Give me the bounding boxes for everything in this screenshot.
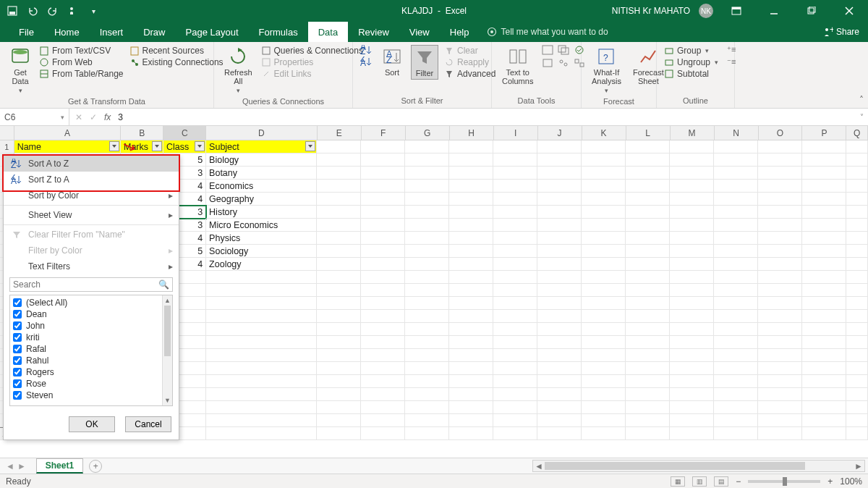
cell[interactable] [582, 297, 626, 310]
touch-mode-icon[interactable] [67, 4, 80, 17]
ungroup-button[interactable]: Ungroup ▾ [664, 56, 718, 68]
cell[interactable] [317, 323, 361, 336]
cell[interactable] [493, 427, 537, 440]
cell[interactable] [317, 375, 361, 388]
cell[interactable] [846, 414, 868, 427]
cell[interactable] [582, 258, 626, 271]
cell[interactable] [714, 206, 758, 219]
cell[interactable] [361, 271, 405, 284]
cell[interactable] [626, 153, 670, 167]
advanced-filter[interactable]: Advanced [444, 68, 495, 80]
filter-dropdown-button[interactable] [109, 141, 119, 151]
cell[interactable] [206, 375, 317, 388]
cell[interactable] [626, 349, 670, 362]
cell[interactable] [405, 271, 449, 284]
cell[interactable] [449, 336, 493, 349]
filter-item[interactable]: Rahul [13, 355, 169, 366]
cell[interactable] [846, 271, 868, 284]
cell[interactable] [493, 336, 537, 349]
ribbon-display-icon[interactable] [722, 0, 751, 22]
cell[interactable] [846, 297, 868, 310]
cell[interactable] [449, 206, 493, 219]
filter-item[interactable]: Rose [13, 378, 169, 390]
cell[interactable] [361, 140, 405, 153]
cell[interactable] [537, 388, 582, 401]
sheet-tab[interactable]: Sheet1 [36, 458, 83, 474]
cell[interactable]: Economics [206, 180, 317, 193]
text-to-columns-button[interactable]: Text to Columns [499, 45, 536, 87]
cell[interactable] [405, 180, 449, 193]
cell[interactable] [405, 336, 449, 349]
tab-home[interactable]: Home [44, 22, 90, 42]
cell[interactable] [670, 153, 714, 167]
column-header-E[interactable]: E [318, 126, 362, 140]
cell[interactable] [626, 232, 670, 245]
cell[interactable] [405, 206, 449, 219]
row-header[interactable]: 1 [0, 140, 14, 153]
cell[interactable] [361, 414, 405, 427]
cell[interactable] [405, 167, 449, 180]
cell[interactable] [758, 219, 802, 232]
cell[interactable] [493, 180, 537, 193]
cell[interactable] [582, 232, 626, 245]
cell[interactable] [405, 310, 449, 323]
cell[interactable] [626, 414, 670, 427]
cell[interactable]: Marks [121, 140, 163, 153]
cell[interactable] [361, 153, 405, 167]
cell[interactable] [670, 336, 714, 349]
new-sheet-button[interactable]: + [89, 460, 102, 473]
cell[interactable] [670, 206, 714, 219]
cell[interactable] [846, 193, 868, 206]
cell[interactable] [582, 193, 626, 206]
cell[interactable] [493, 362, 537, 375]
cell[interactable] [714, 232, 758, 245]
cell[interactable] [449, 284, 493, 297]
cell[interactable] [758, 232, 802, 245]
cell[interactable] [493, 414, 537, 427]
horizontal-scrollbar[interactable]: ◄ ► [532, 460, 865, 472]
cell[interactable] [537, 153, 582, 167]
cell[interactable] [405, 362, 449, 375]
cell[interactable] [846, 427, 868, 440]
tab-review[interactable]: Review [348, 22, 399, 42]
filter-checkbox[interactable] [13, 368, 22, 376]
cell[interactable] [449, 349, 493, 362]
cell[interactable] [449, 362, 493, 375]
cell[interactable] [361, 193, 405, 206]
cell[interactable] [537, 427, 582, 440]
cell[interactable] [361, 427, 405, 440]
cell[interactable] [449, 401, 493, 414]
filter-item[interactable]: kriti [13, 332, 169, 343]
cell[interactable] [405, 414, 449, 427]
cell[interactable] [361, 401, 405, 414]
filter-dropdown-button[interactable] [152, 141, 162, 151]
tell-me[interactable]: Tell me what you want to do [487, 22, 608, 42]
cell[interactable] [802, 349, 846, 362]
scroll-up-icon[interactable]: ▲ [163, 295, 172, 306]
cell[interactable] [626, 284, 670, 297]
collapse-ribbon-icon[interactable]: ˄ [859, 95, 864, 105]
cell[interactable] [670, 388, 714, 401]
sort-az-icon[interactable]: AZ [360, 45, 373, 55]
cell[interactable] [670, 349, 714, 362]
filter-search-input[interactable] [13, 279, 143, 290]
cell[interactable] [405, 375, 449, 388]
cell[interactable] [758, 414, 802, 427]
cell[interactable] [670, 167, 714, 180]
cell[interactable] [582, 323, 626, 336]
cell[interactable] [537, 140, 582, 153]
cell[interactable] [361, 388, 405, 401]
cell[interactable] [714, 297, 758, 310]
filter-dropdown-button[interactable] [195, 141, 205, 151]
cell[interactable] [758, 401, 802, 414]
cell[interactable] [802, 153, 846, 167]
cell[interactable] [405, 193, 449, 206]
cell[interactable] [537, 336, 582, 349]
cell[interactable] [802, 167, 846, 180]
cell[interactable] [846, 388, 868, 401]
filter-checkbox[interactable] [13, 333, 22, 342]
cell[interactable] [758, 284, 802, 297]
cell[interactable] [582, 427, 626, 440]
column-header-P[interactable]: P [802, 126, 846, 140]
cell[interactable] [802, 297, 846, 310]
